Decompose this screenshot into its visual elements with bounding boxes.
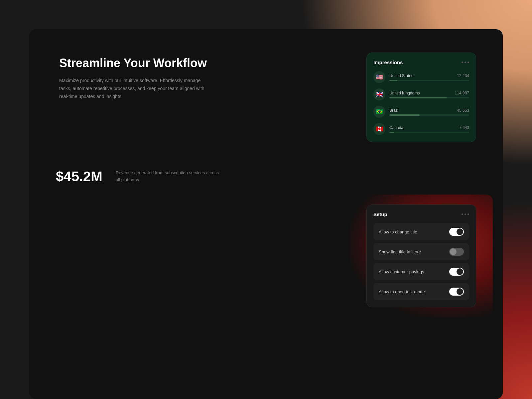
dot-s2	[465, 213, 466, 215]
main-card: Streamline Your Workflow Maximize produc…	[29, 29, 503, 399]
dot-3	[467, 62, 469, 63]
country-rows: 🇺🇸 United States 12,234 🇬🇧 United Kingdo…	[373, 71, 469, 135]
country-info: Canada 7,643	[389, 125, 469, 133]
country-info: United States 12,234	[389, 73, 469, 81]
setup-label: Allow to change title	[379, 229, 417, 234]
country-value: 114,987	[455, 91, 469, 95]
revenue-section: $45.2M Revenue generated from subscripti…	[29, 162, 503, 198]
progress-bar-fill	[389, 80, 397, 81]
country-info: Brazil 45,653	[389, 108, 469, 116]
country-name-row: United States 12,234	[389, 73, 469, 78]
progress-bar-fill	[389, 97, 447, 98]
country-name: Brazil	[389, 108, 399, 113]
toggle-thumb	[457, 268, 463, 275]
country-row: 🇧🇷 Brazil 45,653	[373, 106, 469, 118]
progress-bar-bg	[389, 97, 469, 98]
flag-circle: 🇬🇧	[373, 88, 385, 100]
progress-bar-bg	[389, 132, 469, 133]
setup-row[interactable]: Allow to change title	[373, 223, 469, 240]
setup-label: Show first title in store	[379, 249, 421, 254]
setup-menu[interactable]	[462, 213, 469, 215]
bottom-section: Setup Allow to change title Show first t…	[29, 204, 503, 327]
headline: Streamline Your Workflow	[59, 56, 346, 70]
setup-label: Allow to open test mode	[379, 289, 425, 294]
country-value: 12,234	[457, 73, 469, 78]
country-name: United Kingdoms	[389, 91, 420, 95]
country-value: 7,643	[459, 125, 469, 130]
toggle-switch[interactable]	[449, 248, 464, 256]
toggle-thumb	[457, 288, 463, 295]
toggle-switch[interactable]	[449, 268, 464, 276]
country-name: United States	[389, 73, 413, 78]
dot-s3	[467, 213, 469, 215]
flag-circle: 🇧🇷	[373, 106, 385, 118]
left-content: Streamline Your Workflow Maximize produc…	[59, 53, 366, 101]
country-row: 🇺🇸 United States 12,234	[373, 71, 469, 83]
toggle-thumb	[457, 228, 463, 235]
top-section: Streamline Your Workflow Maximize produc…	[29, 29, 503, 162]
dot-2	[465, 62, 466, 63]
setup-widget: Setup Allow to change title Show first t…	[366, 204, 476, 307]
country-name-row: United Kingdoms 114,987	[389, 91, 469, 95]
setup-rows: Allow to change title Show first title i…	[373, 223, 469, 300]
country-name: Canada	[389, 125, 403, 130]
country-value: 45,653	[457, 108, 469, 113]
country-name-row: Brazil 45,653	[389, 108, 469, 113]
bottom-left	[56, 204, 353, 307]
impressions-title: Impressions	[373, 60, 403, 65]
progress-bar-bg	[389, 114, 469, 116]
impressions-menu[interactable]	[462, 62, 469, 63]
setup-header: Setup	[373, 211, 469, 217]
setup-row[interactable]: Allow to open test mode	[373, 283, 469, 300]
setup-widget-container: Setup Allow to change title Show first t…	[366, 204, 476, 307]
toggle-switch[interactable]	[449, 228, 464, 236]
toggle-thumb	[450, 248, 457, 255]
subtext: Maximize productivity with our intuitive…	[59, 77, 205, 100]
setup-title: Setup	[373, 211, 387, 217]
country-row: 🇬🇧 United Kingdoms 114,987	[373, 88, 469, 100]
country-info: United Kingdoms 114,987	[389, 91, 469, 98]
setup-label: Allow customer payings	[379, 269, 424, 274]
revenue-amount: $45.2M	[56, 169, 102, 185]
revenue-description: Revenue generated from subscription serv…	[116, 170, 222, 184]
progress-bar-bg	[389, 80, 469, 81]
progress-bar-fill	[389, 132, 394, 133]
flag-circle: 🇺🇸	[373, 71, 385, 83]
dot-s1	[462, 213, 463, 215]
dot-1	[462, 62, 463, 63]
widget-header: Impressions	[373, 60, 469, 65]
impressions-widget: Impressions 🇺🇸 United States 12,234	[366, 53, 476, 142]
flag-circle: 🇨🇦	[373, 123, 385, 135]
setup-row[interactable]: Show first title in store	[373, 243, 469, 260]
setup-row[interactable]: Allow customer payings	[373, 263, 469, 280]
country-row: 🇨🇦 Canada 7,643	[373, 123, 469, 135]
toggle-switch[interactable]	[449, 288, 464, 296]
country-name-row: Canada 7,643	[389, 125, 469, 130]
progress-bar-fill	[389, 114, 420, 116]
